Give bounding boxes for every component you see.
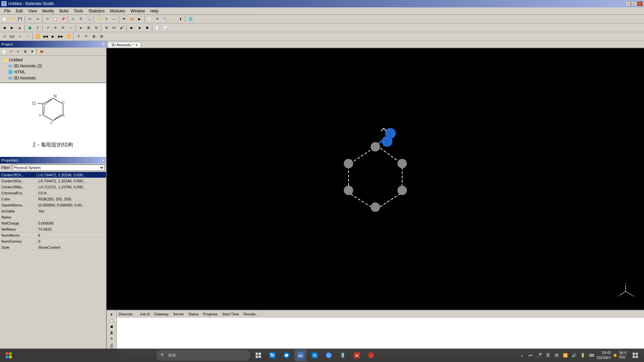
prop-row-5[interactable]: DipoleMome... (0.000000, 0.000000, 0.00.… bbox=[0, 202, 106, 208]
taskbar-chrome-icon[interactable] bbox=[323, 349, 335, 361]
cell-btn[interactable]: ⬜ bbox=[146, 15, 153, 23]
xyz-btn[interactable]: xyz bbox=[8, 33, 16, 40]
viewport-3d[interactable]: Y X ─ bbox=[107, 48, 644, 310]
filter-select[interactable]: Physical System bbox=[12, 165, 105, 171]
minus-btn[interactable]: － bbox=[24, 33, 31, 40]
jobs-col-results[interactable]: Results ... bbox=[241, 310, 262, 317]
atom-btn[interactable]: ⚛ bbox=[103, 15, 110, 23]
taskbar-edge-icon[interactable] bbox=[280, 349, 292, 361]
prop-row-9[interactable]: NetMass 74.0620 bbox=[0, 226, 106, 232]
menu-file[interactable]: File bbox=[1, 8, 13, 14]
jobs-col-starttime[interactable]: Start Time bbox=[220, 310, 241, 317]
proj-sort-btn[interactable]: ≡ bbox=[15, 49, 21, 55]
new-btn[interactable]: 📄 bbox=[1, 15, 8, 23]
tray-keyboard[interactable]: ⌨ bbox=[589, 352, 595, 358]
display-btn[interactable]: 👁 bbox=[120, 15, 128, 23]
jobs-expand-btn[interactable]: ▼ bbox=[108, 312, 115, 317]
style-btn[interactable]: ⧉ bbox=[103, 24, 110, 32]
maximize-button[interactable]: □ bbox=[631, 1, 637, 6]
proj-arrow-btn[interactable]: ▼ bbox=[29, 49, 36, 55]
forward-btn[interactable]: ▶ bbox=[8, 24, 16, 32]
tray-ime-en[interactable]: 英 bbox=[545, 352, 551, 358]
prop-row-7[interactable]: Name bbox=[0, 214, 106, 220]
anim3-btn[interactable]: ▶ bbox=[49, 33, 57, 40]
menu-window[interactable]: Window bbox=[128, 8, 148, 14]
taskbar-wps-icon[interactable]: W bbox=[351, 349, 363, 361]
doc2-btn[interactable]: 📃 bbox=[161, 24, 169, 32]
tree-html[interactable]: 🌐 HTML bbox=[7, 69, 105, 75]
prop-row-8[interactable]: NetCharge 0.000000 bbox=[0, 220, 106, 226]
anim5-btn[interactable]: ⏩ bbox=[65, 33, 72, 40]
taskbar-view-icon[interactable] bbox=[252, 349, 264, 361]
prop-row-2[interactable]: CenterOfMa... (-0.713721, 1.23790, 0.000… bbox=[0, 184, 106, 190]
tree-3d-atomistic[interactable]: 3D 3D Atomistic bbox=[7, 75, 105, 81]
render-btn[interactable]: ▶ bbox=[136, 15, 143, 23]
menu-statistics[interactable]: Statistics bbox=[86, 8, 107, 14]
paste-btn[interactable]: 📌 bbox=[59, 15, 67, 23]
color2-btn[interactable]: 🖌 bbox=[118, 24, 125, 32]
jobs-col-server[interactable]: Server bbox=[171, 310, 186, 317]
menu-modify[interactable]: Modify bbox=[40, 8, 57, 14]
minimize-button[interactable]: ─ bbox=[625, 1, 631, 6]
project-close[interactable]: ✕ bbox=[102, 42, 105, 47]
select-btn[interactable]: ⊹ bbox=[69, 15, 77, 23]
lattice-btn[interactable]: ⬡ bbox=[1, 33, 8, 40]
anim2-btn[interactable]: ◀◀ bbox=[42, 33, 49, 40]
prop-row-0[interactable]: CenterOfCh... (-0.734472, 1.20196, 0.000… bbox=[0, 172, 106, 178]
save-btn[interactable]: 💾 bbox=[16, 15, 23, 23]
doc1-btn[interactable]: 📑 bbox=[154, 24, 161, 32]
menu-view[interactable]: View bbox=[25, 8, 40, 14]
sym2-btn[interactable]: ↱ bbox=[83, 33, 90, 40]
jobs-refresh-btn[interactable]: ↻ bbox=[108, 336, 115, 342]
start-button[interactable] bbox=[3, 349, 15, 361]
taskbar-store-icon[interactable]: 🛍 bbox=[309, 349, 321, 361]
label-btn[interactable]: 🏷 bbox=[110, 24, 118, 32]
group-btn[interactable]: ⊟ bbox=[93, 24, 100, 32]
up-btn[interactable]: ▲ bbox=[16, 24, 23, 32]
anim1-btn[interactable]: ⏪ bbox=[34, 33, 41, 40]
tray-volume[interactable]: 🔊 bbox=[571, 352, 577, 358]
properties-close[interactable]: ✕ bbox=[102, 158, 105, 163]
prop-row-6[interactable]: IsVisible Yes bbox=[0, 208, 106, 214]
taskbar-phone-icon[interactable] bbox=[337, 349, 349, 361]
proj-sort2-btn[interactable]: ⊞ bbox=[22, 49, 29, 55]
build-btn[interactable]: 🔧 bbox=[161, 15, 169, 23]
tray-mic[interactable]: 🎤 bbox=[536, 352, 542, 358]
menu-help[interactable]: Help bbox=[148, 8, 161, 14]
menu-tools[interactable]: Tools bbox=[71, 8, 86, 14]
atom3-btn[interactable]: ● bbox=[77, 24, 85, 32]
prop-row-12[interactable]: Style ShowContent bbox=[0, 244, 106, 250]
tray-chevron[interactable]: ∧ bbox=[519, 352, 525, 358]
bond2-btn[interactable]: ⊞ bbox=[85, 24, 92, 32]
menu-build[interactable]: Build bbox=[57, 8, 71, 14]
measure-btn[interactable]: 📏 bbox=[95, 15, 102, 23]
symmetry-btn[interactable]: ✦ bbox=[154, 15, 161, 23]
proj-del-btn[interactable]: ✕ bbox=[8, 49, 14, 55]
minimize-mol-btn[interactable]: ⬇ bbox=[177, 15, 184, 23]
record-btn[interactable]: ⏺ bbox=[144, 24, 151, 32]
jobs-col-status[interactable]: Status bbox=[186, 310, 201, 317]
copy-btn[interactable]: 📋 bbox=[52, 15, 59, 23]
undo-btn[interactable]: ↩ bbox=[26, 15, 34, 23]
plus-btn[interactable]: ＋ bbox=[16, 33, 23, 40]
clock[interactable]: 18:42 2024/8/7 bbox=[597, 350, 611, 361]
tray-ime-py[interactable]: 拼 bbox=[554, 352, 560, 358]
tree-3d-atomistic-3[interactable]: 3D 3D Atomistic (3) bbox=[7, 63, 105, 69]
color-btn[interactable]: 🎨 bbox=[128, 15, 136, 23]
move-btn[interactable]: ✛ bbox=[52, 24, 59, 32]
periodic-btn[interactable]: 🌐 bbox=[187, 15, 194, 23]
sym1-btn[interactable]: ↰ bbox=[75, 33, 82, 40]
sym3-btn[interactable]: ⊠ bbox=[90, 33, 98, 40]
redo-btn[interactable]: ↪ bbox=[34, 15, 41, 23]
stop-btn[interactable]: ■ bbox=[136, 24, 143, 32]
jobs-col-gateway[interactable]: Gateway bbox=[152, 310, 171, 317]
formula-btn[interactable]: ƒ bbox=[34, 24, 41, 32]
jobs-stop-btn[interactable]: ⏹ bbox=[108, 324, 115, 329]
zoom-btn[interactable]: 🔍 bbox=[85, 15, 92, 23]
sym4-btn[interactable]: ⊞ bbox=[98, 33, 105, 40]
tree-btn[interactable]: 🌲 bbox=[26, 24, 34, 32]
anim4-btn[interactable]: ▶▶ bbox=[57, 33, 64, 40]
search-input[interactable] bbox=[168, 353, 242, 358]
taskbar-ms-icon[interactable]: MS bbox=[294, 349, 307, 361]
select2-btn[interactable]: ↗ bbox=[44, 24, 51, 32]
